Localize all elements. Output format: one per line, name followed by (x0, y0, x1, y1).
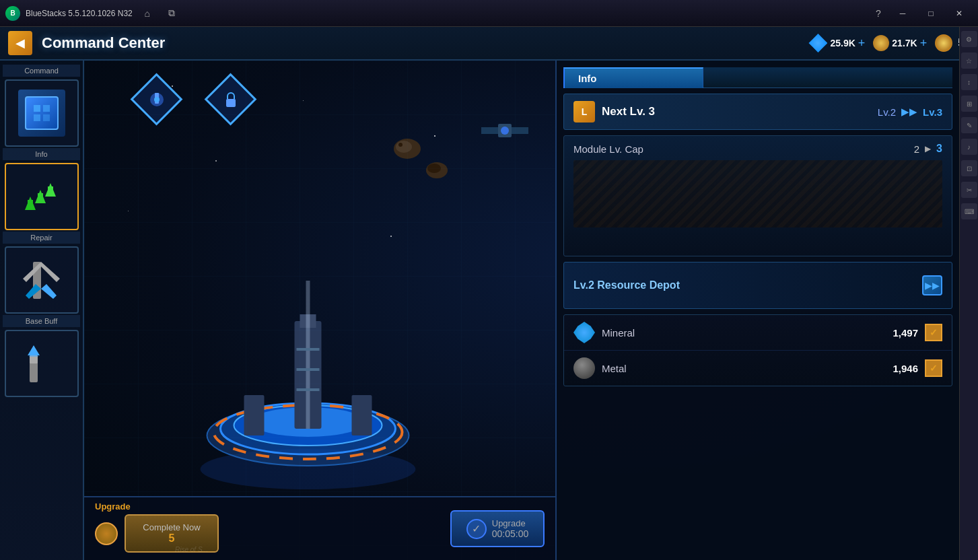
game-viewport: Upgrade Complete Now 5 ✓ (84, 61, 959, 560)
sidebar-btn-8[interactable]: ✂ (961, 182, 977, 198)
upgrade-do-text: Upgrade (492, 518, 529, 528)
crystal-plus-button[interactable]: + (858, 36, 866, 50)
grid-overlay (84, 61, 555, 560)
layers-icon[interactable]: ⧉ (162, 4, 181, 23)
lv-to: Lv.3 (923, 106, 942, 118)
level-icon-box: L (573, 101, 595, 123)
center-scene[interactable]: Upgrade Complete Now 5 ✓ (84, 61, 555, 560)
upgrade-bar: Upgrade Complete Now 5 ✓ (84, 496, 555, 560)
complete-now-coin-icon (95, 522, 118, 545)
sidebar-btn-9[interactable]: ⌨ (961, 203, 977, 219)
metal-amount: 1,946 (893, 363, 918, 374)
level-arrow-row: Lv.2 ▶▶ Lv.3 (878, 106, 942, 118)
upgrade-check-icon: ✓ (466, 519, 487, 539)
info-tab-inactive[interactable] (703, 67, 952, 88)
page-title: Command Center (42, 34, 808, 52)
metal-row: Metal 1,946 ✓ (564, 351, 952, 386)
repair-section-label: Repair (3, 232, 80, 244)
left-panel-repair[interactable] (5, 246, 79, 314)
coin-icon (935, 34, 952, 52)
metal-check[interactable]: ✓ (925, 359, 942, 377)
sidebar-btn-2[interactable]: ☆ (961, 53, 977, 69)
help-icon[interactable]: ? (869, 4, 888, 23)
sidebar-btn-1[interactable]: ⚙ (961, 31, 977, 47)
command-section-label: Command (3, 65, 80, 77)
mineral-check[interactable]: ✓ (925, 324, 942, 341)
command-svg (32, 103, 52, 123)
maximize-button[interactable]: □ (917, 3, 944, 24)
svg-rect-9 (48, 186, 53, 197)
upgrade-label: Upgrade (95, 501, 131, 512)
sidebar-btn-5[interactable]: ✎ (961, 117, 977, 133)
crystal-resource: 25.9K + (808, 34, 865, 53)
command-icon (18, 90, 65, 137)
close-button[interactable]: ✕ (946, 3, 973, 24)
svg-rect-5 (28, 200, 33, 210)
upgrade-icon (18, 173, 65, 220)
right-sidebar: ⚙ ☆ ↕ ⊞ ✎ ♪ ⊡ ✂ ⌨ (959, 27, 978, 560)
resource-depot-card[interactable]: Lv.2 Resource Depot ▶▶ (563, 262, 952, 309)
left-panel-command[interactable] (5, 79, 79, 147)
svg-rect-0 (34, 105, 40, 112)
svg-marker-12 (41, 284, 57, 299)
game-header: ◀ Command Center 25.9K + 21.7K + 50 (0, 27, 978, 61)
sidebar-btn-6[interactable]: ♪ (961, 139, 977, 155)
info-tab-active[interactable]: Info (563, 67, 703, 88)
svg-rect-2 (34, 114, 40, 121)
title-bar-app-name: BlueStacks 5.5.120.1026 N32 (26, 9, 133, 18)
cap-from: 2 (914, 143, 919, 155)
module-cap-row: Module Lv. Cap 2 ▶ 3 (573, 143, 942, 155)
header-resources: 25.9K + 21.7K + 50 (808, 34, 970, 53)
command-icon-inner (25, 96, 59, 130)
depot-arrow-button[interactable]: ▶▶ (922, 275, 942, 295)
upgrade-timer: 00:05:00 (492, 528, 529, 539)
back-button[interactable]: ◀ (8, 31, 32, 55)
mineral-icon (573, 322, 595, 343)
complete-now-text: Complete Now (143, 522, 200, 532)
mineral-amount: 1,497 (893, 327, 918, 339)
svg-rect-7 (38, 193, 43, 203)
title-bar-controls: ? ─ □ ✕ (869, 3, 973, 24)
watermark: Rise of S... (175, 546, 208, 553)
upgrade-do-inner: ✓ Upgrade 00:05:00 (466, 518, 529, 539)
metal-icon (573, 357, 595, 379)
next-level-card: L Next Lv. 3 Lv.2 ▶▶ Lv.3 (563, 94, 952, 130)
left-panel-basebuff[interactable] (5, 330, 79, 397)
left-panel: Command Info Repair (0, 61, 84, 560)
cap-arrow-icon: ▶ (925, 144, 931, 153)
crystal-icon (808, 34, 827, 53)
sidebar-btn-3[interactable]: ↕ (961, 74, 977, 90)
lv-from: Lv.2 (878, 106, 896, 118)
info-section-label: Info (3, 148, 80, 160)
repair-icon (20, 258, 63, 302)
bluestacks-logo: B (5, 6, 20, 21)
metal-name: Metal (602, 363, 886, 374)
cap-to: 3 (936, 143, 942, 155)
lv-arrow: ▶▶ (901, 106, 917, 118)
basebuff-icon (20, 342, 63, 386)
module-cap-card: Module Lv. Cap 2 ▶ 3 (563, 135, 952, 256)
home-icon[interactable]: ⌂ (138, 4, 157, 23)
gold-plus-button[interactable]: + (920, 36, 928, 50)
module-cap-stripe (573, 160, 942, 228)
left-panel-upgrade[interactable] (5, 163, 79, 230)
gold-value: 21.7K (892, 38, 917, 48)
upgrade-do-button[interactable]: ✓ Upgrade 00:05:00 (450, 510, 545, 547)
game-content: Upgrade Complete Now 5 ✓ (84, 61, 959, 560)
depot-label: Lv.2 Resource Depot (573, 279, 915, 291)
gold-resource: 21.7K + (873, 35, 927, 51)
title-bar-left: B BlueStacks 5.5.120.1026 N32 ⌂ ⧉ (5, 4, 181, 23)
sidebar-btn-7[interactable]: ⊡ (961, 160, 977, 176)
gold-icon (873, 35, 889, 51)
basebuff-section-label: Base Buff (3, 315, 80, 327)
resources-card: Mineral 1,497 ✓ Metal 1,946 ✓ (563, 314, 952, 386)
svg-rect-14 (30, 362, 38, 382)
svg-marker-11 (23, 262, 60, 282)
sidebar-btn-4[interactable]: ⊞ (961, 96, 977, 112)
crystal-value: 25.9K (830, 38, 855, 48)
info-tab-row: Info (563, 67, 952, 88)
svg-rect-45 (84, 61, 555, 560)
mineral-name: Mineral (602, 327, 886, 339)
next-level-text: Next Lv. 3 (602, 105, 871, 118)
minimize-button[interactable]: ─ (889, 3, 916, 24)
